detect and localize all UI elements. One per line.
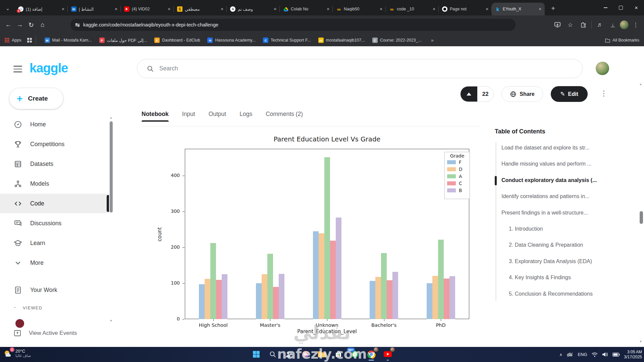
- bar-c-4: [444, 279, 449, 319]
- volume-icon[interactable]: [602, 352, 608, 357]
- bar-c-2: [330, 241, 336, 319]
- upvote-button[interactable]: [461, 86, 477, 102]
- notebook-tab-bar: NotebookInputOutputLogsComments (2): [142, 111, 303, 122]
- page-scroll-down-icon[interactable]: ▼: [638, 340, 643, 343]
- bar-f-1: [256, 283, 262, 319]
- sidebar-scroll-up-icon[interactable]: ▲: [109, 116, 113, 119]
- sidebar-item-datasets[interactable]: Datasets: [0, 154, 109, 174]
- toc-item[interactable]: 5. Conclusion & Recommendations: [509, 291, 593, 297]
- viewed-item-avatar[interactable]: [15, 319, 24, 328]
- page-scroll-up-icon[interactable]: ▲: [638, 82, 643, 86]
- onedrive-icon[interactable]: [567, 352, 573, 357]
- viewed-section[interactable]: ⌃ VIEWED: [13, 306, 42, 310]
- legend-title: Grade: [445, 153, 470, 159]
- edit-button[interactable]: ✎ Edit: [551, 86, 588, 102]
- tray-chevron-icon[interactable]: ∧: [559, 352, 562, 357]
- toc-rule: [495, 142, 496, 301]
- search-input[interactable]: [159, 65, 529, 72]
- sidebar-item-models[interactable]: Models: [0, 174, 109, 193]
- sidebar-item-your-work[interactable]: Your Work: [0, 280, 109, 300]
- weather-condition: صاف غالبا: [15, 354, 31, 358]
- bar-a-3: [381, 253, 387, 319]
- legend-label: C: [459, 181, 462, 186]
- x-tick-label: High School: [190, 322, 237, 328]
- taskbar-weather[interactable]: 1 20°C صاف غالبا: [3, 348, 31, 358]
- toc-item[interactable]: Load the dataset and explore its str...: [501, 145, 589, 151]
- y-tick-label: 200: [166, 244, 180, 250]
- legend-swatch: [447, 188, 456, 192]
- bar-b-2: [336, 218, 341, 319]
- legend-swatch: [447, 174, 456, 178]
- tab-logs[interactable]: Logs: [239, 111, 252, 122]
- toc-item[interactable]: 3. Exploratory Data Analysis (EDA): [509, 258, 592, 264]
- view-active-events[interactable]: View Active Events: [13, 329, 77, 337]
- toc-item[interactable]: 2. Data Cleaning & Preparation: [509, 242, 583, 248]
- create-button[interactable]: + Create: [9, 88, 63, 109]
- bar-b-1: [279, 274, 284, 319]
- bar-d-1: [262, 274, 267, 319]
- bar-f-4: [427, 283, 432, 319]
- watermark-arabic: نفذلي: [272, 322, 372, 344]
- toc-item[interactable]: Handle missing values and perform ...: [501, 161, 592, 167]
- sidebar-item-home[interactable]: Home: [0, 115, 109, 134]
- weather-badge: 1: [10, 347, 14, 352]
- y-tick-mark: [182, 176, 184, 176]
- y-tick-mark: [182, 319, 184, 319]
- sidebar-item-label: Home: [30, 121, 46, 128]
- sidebar-item-code[interactable]: Code: [0, 194, 109, 213]
- y-tick-mark: [182, 212, 184, 212]
- user-avatar[interactable]: [596, 62, 609, 75]
- weather-temp: 20°C: [15, 349, 31, 354]
- legend-swatch: [447, 167, 456, 171]
- tray-clock[interactable]: 3:05 AM 3/17/2025: [624, 350, 642, 360]
- sidebar-scroll-down-icon[interactable]: ▼: [109, 319, 113, 322]
- sidebar-item-label: More: [30, 259, 44, 266]
- legend-label: F: [459, 160, 462, 165]
- toc-item[interactable]: 1. Introduction: [509, 226, 543, 232]
- kaggle-logo[interactable]: kaggle: [30, 61, 68, 75]
- globe-icon: [510, 91, 517, 98]
- sidebar-item-competitions[interactable]: Competitions: [0, 134, 109, 154]
- trophy-icon: [13, 140, 22, 148]
- datasets-icon: [13, 160, 22, 168]
- sidebar-item-more[interactable]: More: [0, 253, 109, 273]
- share-button[interactable]: Share: [501, 86, 543, 102]
- toc-item[interactable]: Identify correlations and patterns in...: [501, 193, 589, 199]
- profile-badge: [390, 347, 395, 352]
- sidebar-scrollbar-thumb[interactable]: [110, 121, 113, 213]
- sidebar-item-discussions[interactable]: Discussions: [0, 214, 109, 233]
- legend-entry: B: [445, 187, 470, 194]
- x-tick-mark: [327, 319, 327, 321]
- chevron-down-icon: [13, 258, 22, 267]
- bar-d-3: [375, 277, 381, 319]
- tray-time: 3:05 AM: [624, 350, 642, 355]
- chart-legend: GradeFDACB: [444, 152, 470, 199]
- toc-item[interactable]: Conduct exploratory data analysis (...: [501, 177, 597, 183]
- legend-entry: A: [445, 173, 470, 180]
- sidebar-item-label: Discussions: [30, 220, 61, 227]
- legend-entry: D: [445, 166, 470, 173]
- y-tick-mark: [182, 283, 184, 284]
- battery-icon[interactable]: [612, 353, 620, 357]
- tray-language[interactable]: ENG: [578, 352, 587, 357]
- legend-entry: F: [445, 159, 470, 166]
- search-bar[interactable]: [137, 59, 583, 78]
- tab-input[interactable]: Input: [182, 111, 195, 122]
- tab-notebook[interactable]: Notebook: [142, 111, 169, 122]
- tab-comments[interactable]: Comments (2): [266, 111, 303, 122]
- page-scrollbar-thumb[interactable]: [640, 211, 643, 224]
- bar-a-0: [210, 243, 216, 319]
- menu-hamburger-icon[interactable]: [13, 66, 22, 72]
- toc-item[interactable]: 4. Key Insights & Findings: [509, 275, 571, 281]
- create-label: Create: [28, 95, 48, 102]
- bar-d-2: [319, 233, 324, 319]
- upvote-control[interactable]: 22: [460, 86, 494, 102]
- bar-a-2: [324, 157, 330, 319]
- tab-output[interactable]: Output: [209, 111, 226, 122]
- sidebar-item-learn[interactable]: Learn: [0, 233, 109, 253]
- y-tick-mark: [182, 247, 184, 248]
- more-options-icon[interactable]: ⋮: [600, 89, 607, 98]
- wifi-icon[interactable]: [592, 352, 598, 357]
- toc-item[interactable]: Present findings in a well-structure...: [501, 210, 588, 216]
- legend-label: A: [459, 174, 462, 179]
